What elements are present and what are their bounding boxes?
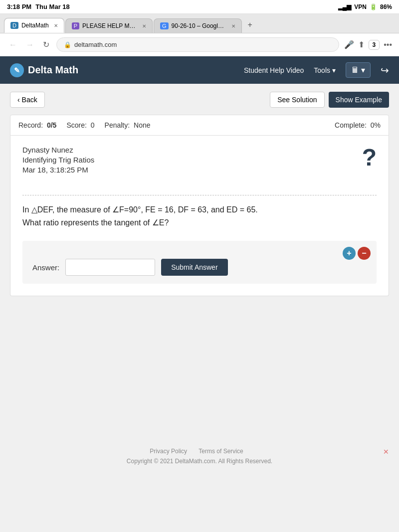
tab-favicon-deltamath: D [10,22,18,29]
back-button[interactable]: ‹ Back [10,92,45,108]
help-question-icon[interactable]: ? [362,146,377,170]
terms-of-service-link[interactable]: Terms of Service [199,448,243,455]
toolbar: ‹ Back See Solution Show Example [10,92,389,108]
app-header: ✎ Delta Math Student Help Video Tools ▾ … [0,56,399,84]
back-nav-button[interactable]: ← [7,38,19,51]
browser-tabs: D DeltaMath ✕ P PLEASE HELP MEEEEE!!!...… [0,14,399,33]
problem-card: Dynasty Nunez Identifying Trig Ratios Ma… [10,136,389,296]
tab-close-help[interactable]: ✕ [142,23,146,29]
footer-close-icon[interactable]: ✕ [383,448,389,456]
decrease-button[interactable]: − [358,247,371,260]
logout-icon: ↪ [381,65,389,76]
tab-favicon-google: G [160,22,169,29]
question-line-1: In △DEF, the measure of ∠F=90°, FE = 16,… [22,205,258,214]
tools-button[interactable]: Tools ▾ [314,66,336,74]
calc-chevron-icon: ▾ [361,65,365,75]
app-logo: ✎ Delta Math [10,63,78,77]
answer-input[interactable] [65,259,155,276]
record-section: Record: 0/5 [18,121,56,129]
footer-links: Privacy Policy Terms of Service [10,448,389,455]
increase-button[interactable]: + [343,247,356,260]
student-help-video-link[interactable]: Student Help Video [244,66,304,74]
question-text: In △DEF, the measure of ∠F=90°, FE = 16,… [22,203,377,229]
problem-header: Dynasty Nunez Identifying Trig Ratios Ma… [22,146,377,188]
submit-answer-button[interactable]: Submit Answer [161,259,227,276]
app-name: Delta Math [28,64,78,76]
show-example-button[interactable]: Show Example [329,92,389,108]
more-icon[interactable]: ••• [384,40,392,49]
status-time: 3:18 PM [7,3,31,10]
score-section: Score: 0 [66,121,94,129]
complete-section: Complete: 0% [335,121,381,129]
logo-icon: ✎ [10,63,24,77]
calculator-button[interactable]: 🖩 ▾ [346,62,371,78]
penalty-label: Penalty: [105,121,130,129]
answer-row: Answer: Submit Answer [32,259,367,276]
divider [22,195,377,195]
answer-label: Answer: [32,263,59,272]
tab-help[interactable]: P PLEASE HELP MEEEEE!!!... ✕ [65,18,153,33]
record-value: 0/5 [47,121,56,129]
penalty-value: None [134,121,150,129]
url-bar[interactable]: 🔒 deltamath.com [56,37,339,52]
reload-button[interactable]: ↻ [41,38,51,51]
record-label: Record: [18,121,43,129]
tab-label-help: PLEASE HELP MEEEEE!!!... [82,22,137,29]
tab-close-deltamath[interactable]: ✕ [54,23,58,28]
status-bar: 3:18 PM Thu Mar 18 ▂▄▆ VPN 🔋 86% [0,0,399,14]
answer-controls: + − [343,247,371,260]
new-tab-button[interactable]: + [243,17,257,33]
battery-percent: 86% [380,3,392,10]
tab-favicon-help: P [72,22,79,29]
tab-label-deltamath: DeltaMath [21,22,49,29]
penalty-section: Penalty: None [105,121,151,129]
tab-deltamath[interactable]: D DeltaMath ✕ [4,18,64,33]
header-actions: Student Help Video Tools ▾ 🖩 ▾ ↪ [244,62,389,78]
tools-chevron-icon: ▾ [332,66,336,74]
copyright-text: Copyright © 2021 DeltaMath.com. All Righ… [10,458,389,465]
score-bar: Record: 0/5 Score: 0 Penalty: None Compl… [10,115,389,136]
share-icon[interactable]: ⬆ [358,40,365,49]
calculator-icon: 🖩 [351,66,359,75]
battery-icon: 🔋 [370,3,377,10]
student-info: Dynasty Nunez Identifying Trig Ratios Ma… [22,146,94,180]
main-content: ‹ Back See Solution Show Example Record:… [0,84,399,433]
timestamp: Mar 18, 3:18:25 PM [22,166,94,174]
privacy-policy-link[interactable]: Privacy Policy [150,448,187,455]
mic-icon[interactable]: 🎤 [344,40,354,49]
status-day: Thu Mar 18 [35,3,70,10]
tab-label-google: 90-26-10 – Google Sear... [172,22,226,29]
footer: ✕ Privacy Policy Terms of Service Copyri… [0,433,399,473]
score-label: Score: [66,121,86,129]
tab-close-google[interactable]: ✕ [231,23,235,29]
complete-label: Complete: [335,121,367,129]
score-left: Record: 0/5 Score: 0 Penalty: None [18,121,151,129]
score-value: 0 [91,121,95,129]
lock-icon: 🔒 [64,41,71,48]
answer-area: + − Answer: Submit Answer [22,241,377,284]
complete-value: 0% [371,121,381,129]
tab-count-badge[interactable]: 3 [369,40,380,50]
toolbar-right: See Solution Show Example [270,92,389,108]
forward-nav-button[interactable]: → [24,38,36,51]
question-line-2: What ratio represents the tangent of ∠E? [22,218,169,227]
address-bar: ← → ↻ 🔒 deltamath.com 🎤 ⬆ 3 ••• [0,33,399,56]
student-name: Dynasty Nunez [22,146,94,154]
see-solution-button[interactable]: See Solution [270,92,324,108]
problem-title: Identifying Trig Ratios [22,156,94,164]
url-text: deltamath.com [74,41,117,48]
logout-button[interactable]: ↪ [381,64,389,76]
tab-google[interactable]: G 90-26-10 – Google Sear... ✕ [154,18,242,33]
vpn-label: VPN [354,3,367,10]
signal-icon: ▂▄▆ [338,3,352,10]
